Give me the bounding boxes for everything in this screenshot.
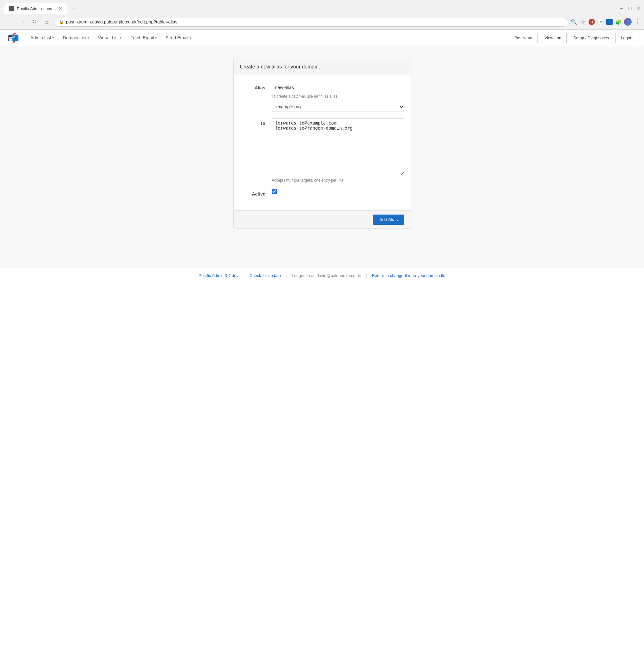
browser-tab[interactable]: Postfix Admin - postfixad × <box>4 3 67 14</box>
main-content: Create a new alias for your domain. Alia… <box>0 46 644 268</box>
active-row: Active <box>240 189 404 197</box>
browser-icons: 🔍 ☆ U ❄ 🧩 ⋮ <box>571 18 640 26</box>
logged-in-text: Logged in as david@palepurple.co.uk <box>292 273 361 278</box>
active-checkbox-row <box>272 189 404 194</box>
domain-list-label: Domain List <box>63 35 86 40</box>
extensions-icon[interactable]: 🧩 <box>615 19 621 25</box>
snowflake-icon[interactable]: ❄ <box>597 19 604 25</box>
form-card-header: Create a new alias for your domain. <box>234 59 410 75</box>
browser-toolbar: ← → ↻ ⌂ 🔒 postfixadmin.david.palepurple.… <box>0 14 644 29</box>
minimize-button[interactable]: − <box>620 5 623 12</box>
send-email-arrow: ▾ <box>190 36 191 40</box>
setup-diagnostics-button[interactable]: Setup / Diagnostics <box>568 33 614 43</box>
alias-label: Alias <box>240 83 265 90</box>
url-text: postfixadmin.david.palepurple.co.uk/edit… <box>66 19 564 24</box>
alias-row: Alias To create a catch-all use an "*" a… <box>240 83 404 112</box>
nav-right: Password View Log Setup / Diagnostics Lo… <box>509 33 639 43</box>
back-button[interactable]: ← <box>4 17 14 27</box>
tab-favicon <box>9 6 14 11</box>
fetch-email-label: Fetch Email <box>130 35 154 40</box>
app-footer: Postfix Admin 3.4-dev | Check for update… <box>0 268 644 283</box>
reload-button[interactable]: ↻ <box>29 17 39 27</box>
send-email-label: Send Email <box>165 35 188 40</box>
nav-send-email[interactable]: Send Email ▾ <box>161 30 196 45</box>
app-logo: 📬 <box>5 30 21 46</box>
tab-close-icon[interactable]: × <box>59 6 62 12</box>
to-row: To forwards-to@example.com forwards-to@r… <box>240 118 404 183</box>
home-button[interactable]: ⌂ <box>42 17 52 27</box>
lock-icon: 🔒 <box>59 19 64 24</box>
browser-title-bar: Postfix Admin - postfixad × + − □ × <box>0 0 644 14</box>
admin-list-arrow: ▾ <box>52 36 54 40</box>
blue-ext-icon[interactable] <box>606 19 613 25</box>
virtual-list-label: Virtual List <box>98 35 118 40</box>
to-controls: forwards-to@example.com forwards-to@rand… <box>272 118 404 183</box>
browser-menu-button[interactable]: ⋮ <box>634 18 640 25</box>
alias-controls: To create a catch-all use an "*" as alia… <box>272 83 404 112</box>
sep1: | <box>244 273 244 278</box>
search-icon[interactable]: 🔍 <box>571 19 577 25</box>
to-hint: Accepts multiple targets, one entry per … <box>272 178 404 183</box>
address-bar[interactable]: 🔒 postfixadmin.david.palepurple.co.uk/ed… <box>54 17 568 27</box>
return-link[interactable]: Return to change-this-to-your.domain.tld <box>372 273 445 278</box>
new-tab-button[interactable]: + <box>70 2 78 14</box>
window-controls: − □ × <box>620 5 640 12</box>
version-link[interactable]: Postfix Admin 3.4-dev <box>199 273 239 278</box>
fetch-email-arrow: ▾ <box>155 36 157 40</box>
forward-button[interactable]: → <box>17 17 27 27</box>
active-controls <box>272 189 404 194</box>
domain-select[interactable]: example.org <box>272 102 404 112</box>
sep3: | <box>366 273 367 278</box>
form-heading: Create a new alias for your domain. <box>240 64 320 69</box>
domain-list-arrow: ▾ <box>88 36 89 40</box>
view-log-button[interactable]: View Log <box>539 33 567 43</box>
profile-avatar[interactable] <box>624 18 631 26</box>
form-card-footer: Add Alias <box>234 210 410 229</box>
alias-hint: To create a catch-all use an "*" as alia… <box>272 94 404 98</box>
active-label: Active <box>240 189 265 197</box>
to-label: To <box>240 118 265 126</box>
alias-input[interactable] <box>272 83 404 92</box>
password-button[interactable]: Password <box>509 33 538 43</box>
browser-chrome: Postfix Admin - postfixad × + − □ × ← → … <box>0 0 644 30</box>
form-card: Create a new alias for your domain. Alia… <box>234 59 411 229</box>
ublock-icon[interactable]: U <box>589 19 595 25</box>
bookmark-icon[interactable]: ☆ <box>580 19 586 25</box>
nav-menu: Admin List ▾ Domain List ▾ Virtual List … <box>26 30 509 45</box>
logo-icon: 📬 <box>7 32 19 43</box>
sep2: | <box>286 273 287 278</box>
nav-admin-list[interactable]: Admin List ▾ <box>26 30 58 45</box>
nav-domain-list[interactable]: Domain List ▾ <box>58 30 93 45</box>
close-button[interactable]: × <box>637 5 640 12</box>
nav-virtual-list[interactable]: Virtual List ▾ <box>93 30 126 45</box>
to-textarea[interactable]: forwards-to@example.com forwards-to@rand… <box>272 118 404 175</box>
active-checkbox[interactable] <box>272 189 277 194</box>
form-card-body: Alias To create a catch-all use an "*" a… <box>234 75 410 210</box>
logout-button[interactable]: Logout <box>616 33 639 43</box>
restore-button[interactable]: □ <box>628 5 632 12</box>
add-alias-button[interactable]: Add Alias <box>373 214 404 225</box>
app-container: 📬 Admin List ▾ Domain List ▾ Virtual Lis… <box>0 30 644 663</box>
check-update-link[interactable]: Check for update <box>249 273 281 278</box>
virtual-list-arrow: ▾ <box>120 36 121 40</box>
admin-list-label: Admin List <box>30 35 51 40</box>
tab-title: Postfix Admin - postfixad <box>17 6 57 11</box>
nav-fetch-email[interactable]: Fetch Email ▾ <box>126 30 161 45</box>
app-nav: 📬 Admin List ▾ Domain List ▾ Virtual Lis… <box>0 30 644 46</box>
